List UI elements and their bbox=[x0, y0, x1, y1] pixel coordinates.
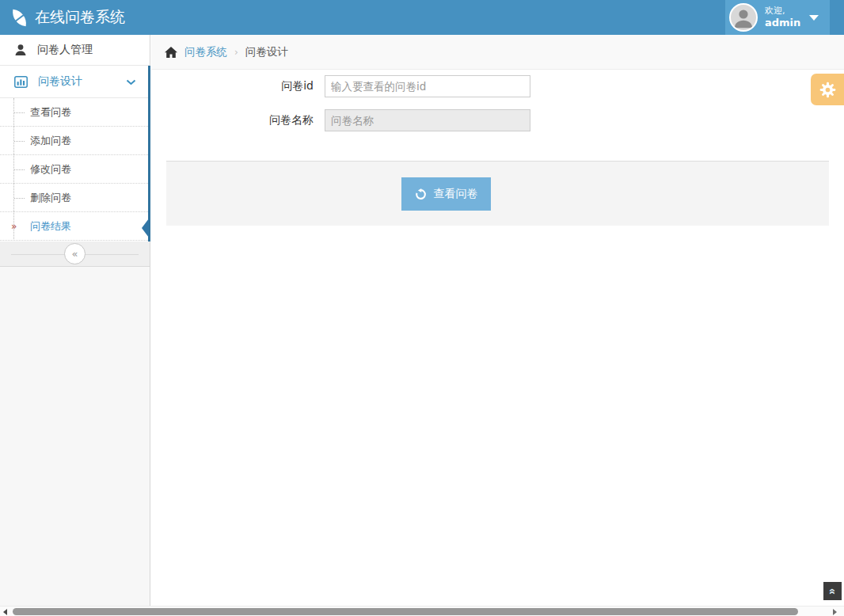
brand[interactable]: 在线问卷系统 bbox=[12, 0, 125, 35]
breadcrumb-current: 问卷设计 bbox=[245, 45, 288, 59]
scrollbar-left-arrow[interactable] bbox=[3, 609, 7, 615]
active-menu-accent-line bbox=[148, 66, 150, 241]
user-greeting: 欢迎, bbox=[765, 6, 800, 17]
sidebar-item-label: 问卷人管理 bbox=[37, 43, 93, 57]
scrollbar-thumb[interactable] bbox=[13, 608, 798, 615]
questionnaire-id-row: 问卷id bbox=[151, 75, 530, 97]
person-photo-placeholder bbox=[731, 5, 756, 30]
sidebar: 问卷人管理 问卷设计 查看问卷 添加问卷 修改问卷 bbox=[0, 35, 150, 606]
collapse-icon: « bbox=[72, 248, 78, 260]
breadcrumb-root-link[interactable]: 问卷系统 bbox=[184, 45, 227, 59]
bar-chart-icon bbox=[14, 76, 28, 88]
submenu-item-label: 删除问卷 bbox=[30, 192, 71, 203]
app-window: 在线问卷系统 欢迎, admin 问卷人管理 bbox=[0, 0, 844, 616]
questionnaire-id-input[interactable] bbox=[325, 75, 530, 97]
user-icon bbox=[14, 44, 27, 56]
brand-title: 在线问卷系统 bbox=[35, 7, 125, 28]
horizontal-scrollbar[interactable] bbox=[0, 606, 844, 616]
user-text: 欢迎, admin bbox=[765, 6, 800, 29]
caret-down-icon bbox=[809, 15, 819, 21]
view-questionnaire-button-label: 查看问卷 bbox=[434, 187, 478, 201]
sidebar-submenu: 查看问卷 添加问卷 修改问卷 删除问卷 » 问卷结果 bbox=[0, 98, 150, 241]
breadcrumb-separator: › bbox=[234, 47, 238, 58]
username: admin bbox=[765, 17, 800, 29]
submenu-item-questionnaire-results[interactable]: » 问卷结果 bbox=[0, 212, 150, 241]
sidebar-collapse-row: « bbox=[0, 241, 150, 267]
home-icon[interactable] bbox=[165, 47, 177, 58]
sidebar-item-questionnaire-design[interactable]: 问卷设计 bbox=[0, 66, 150, 98]
submenu-item-label: 问卷结果 bbox=[30, 220, 71, 232]
active-marker-icon: » bbox=[11, 212, 17, 241]
active-item-arrow-indicator bbox=[142, 219, 149, 238]
submenu-item-add-questionnaire[interactable]: 添加问卷 bbox=[0, 127, 150, 155]
refresh-icon bbox=[415, 188, 427, 200]
leaf-icon bbox=[11, 9, 28, 25]
submenu-item-modify-questionnaire[interactable]: 修改问卷 bbox=[0, 155, 150, 184]
app-header: 在线问卷系统 欢迎, admin bbox=[0, 0, 844, 35]
questionnaire-name-row: 问卷名称 bbox=[151, 109, 530, 131]
form-action-panel: 查看问卷 bbox=[166, 161, 829, 226]
chevrons-up-icon: « bbox=[827, 588, 838, 595]
submenu-item-label: 修改问卷 bbox=[30, 163, 71, 175]
submenu-item-label: 查看问卷 bbox=[30, 106, 71, 118]
questionnaire-name-input bbox=[325, 109, 530, 131]
avatar bbox=[729, 3, 758, 32]
submenu-item-view-questionnaire[interactable]: 查看问卷 bbox=[0, 98, 150, 127]
gear-icon bbox=[819, 82, 836, 98]
sidebar-collapse-button[interactable]: « bbox=[64, 243, 86, 264]
view-questionnaire-button[interactable]: 查看问卷 bbox=[401, 177, 491, 211]
questionnaire-name-label: 问卷名称 bbox=[151, 113, 325, 127]
submenu-item-delete-questionnaire[interactable]: 删除问卷 bbox=[0, 184, 150, 212]
scrollbar-right-arrow[interactable] bbox=[833, 609, 837, 615]
settings-gear-button[interactable] bbox=[811, 74, 844, 105]
main-content: 问卷id 问卷名称 查看问卷 bbox=[151, 70, 844, 606]
back-to-top-button[interactable]: « bbox=[823, 582, 842, 600]
sidebar-item-label: 问卷设计 bbox=[38, 74, 82, 89]
breadcrumb: 问卷系统 › 问卷设计 bbox=[151, 35, 844, 70]
submenu-item-label: 添加问卷 bbox=[30, 135, 71, 146]
questionnaire-id-label: 问卷id bbox=[151, 79, 325, 93]
sidebar-item-respondent-management[interactable]: 问卷人管理 bbox=[0, 35, 150, 66]
chevron-down-icon bbox=[126, 79, 136, 86]
user-menu[interactable]: 欢迎, admin bbox=[725, 0, 830, 35]
sidebar-lower-area bbox=[0, 267, 150, 606]
